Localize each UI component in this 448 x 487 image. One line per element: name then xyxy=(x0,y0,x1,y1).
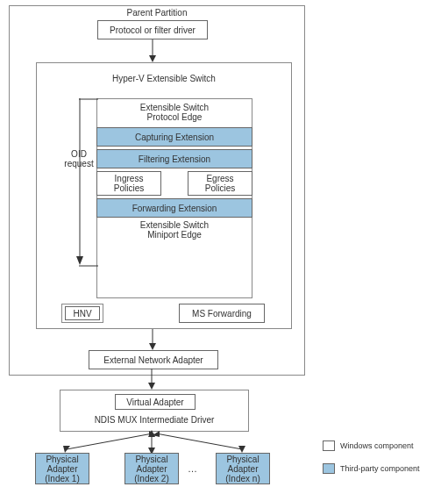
oid-connector-bottom-icon xyxy=(79,265,98,267)
arrow-mux-adapter3-icon xyxy=(153,432,249,453)
hyperv-switch-container: Hyper-V Extensible Switch Extensible Swi… xyxy=(36,62,292,329)
egress-policies-label: Egress Policies xyxy=(205,174,235,193)
miniport-edge-label: Extensible Switch Miniport Edge xyxy=(97,220,252,240)
svg-marker-17 xyxy=(153,431,160,437)
arrow-mux-adapter1-icon xyxy=(61,432,158,453)
physical-adapter-1-box: Physical Adapter (Index 1) xyxy=(35,453,89,484)
svg-marker-3 xyxy=(76,256,83,265)
legend-windows-row: Windows component xyxy=(323,440,414,451)
filtering-extension-box: Filtering Extension xyxy=(96,149,252,168)
ellipsis-label: … xyxy=(188,463,197,474)
arrow-external-mux-icon xyxy=(151,369,153,390)
svg-line-10 xyxy=(67,433,153,449)
forwarding-extension-box: Forwarding Extension xyxy=(96,198,252,218)
parent-partition-title: Parent Partition xyxy=(10,8,304,18)
physical-adapter-1-label: Physical Adapter (Index 1) xyxy=(45,455,79,483)
parent-partition-container: Parent Partition Protocol or filter driv… xyxy=(9,5,305,376)
external-network-adapter-box: External Network Adapter xyxy=(89,350,218,369)
ms-forwarding-box: MS Forwarding xyxy=(179,304,265,323)
protocol-filter-driver-label: Protocol or filter driver xyxy=(110,25,196,35)
svg-marker-7 xyxy=(149,343,156,350)
arrow-switch-external-icon xyxy=(152,329,153,350)
oid-request-arrow-icon xyxy=(79,98,81,265)
svg-line-16 xyxy=(156,433,242,449)
arrow-icon xyxy=(152,39,153,62)
egress-policies-box: Egress Policies xyxy=(188,171,252,196)
physical-adapter-2-box: Physical Adapter (Index 2) xyxy=(124,453,179,484)
hnv-box: HNV xyxy=(65,306,100,320)
virtual-adapter-box: Virtual Adapter xyxy=(115,394,196,410)
protocol-edge-label: Extensible Switch Protocol Edge xyxy=(97,103,252,122)
protocol-filter-driver-box: Protocol or filter driver xyxy=(97,20,208,39)
ingress-policies-label: Ingress Policies xyxy=(114,174,144,193)
external-network-adapter-label: External Network Adapter xyxy=(103,355,203,365)
ms-forwarding-label: MS Forwarding xyxy=(192,309,252,319)
ndis-mux-container: Virtual Adapter NDIS MUX Intermediate Dr… xyxy=(60,390,249,432)
virtual-adapter-label: Virtual Adapter xyxy=(126,397,183,407)
svg-marker-9 xyxy=(148,383,155,390)
hnv-label: HNV xyxy=(73,309,91,319)
oid-connector-icon xyxy=(79,98,98,100)
extensible-switch-inner: Extensible Switch Protocol Edge Capturin… xyxy=(96,98,252,298)
ingress-policies-box: Ingress Policies xyxy=(96,171,161,196)
hnv-outer: HNV xyxy=(61,304,103,323)
svg-marker-18 xyxy=(238,446,245,453)
legend-windows-label: Windows component xyxy=(340,441,414,450)
capturing-extension-label: Capturing Extension xyxy=(135,132,214,142)
physical-adapter-n-box: Physical Adapter (Index n) xyxy=(216,453,270,484)
legend-thirdparty-swatch xyxy=(323,463,335,474)
legend-thirdparty-row: Third-party component xyxy=(323,463,420,474)
forwarding-extension-label: Forwarding Extension xyxy=(132,204,217,213)
capturing-extension-box: Capturing Extension xyxy=(96,127,252,147)
filtering-extension-label: Filtering Extension xyxy=(139,154,210,164)
legend-thirdparty-label: Third-party component xyxy=(340,464,420,473)
legend-windows-swatch xyxy=(323,440,335,451)
svg-marker-12 xyxy=(63,446,70,453)
ndis-mux-label: NDIS MUX Intermediate Driver xyxy=(60,415,248,425)
physical-adapter-2-label: Physical Adapter (Index 2) xyxy=(134,455,168,483)
svg-marker-1 xyxy=(149,55,156,62)
hyperv-switch-title: Hyper-V Extensible Switch xyxy=(37,74,291,83)
physical-adapter-n-label: Physical Adapter (Index n) xyxy=(225,455,260,483)
